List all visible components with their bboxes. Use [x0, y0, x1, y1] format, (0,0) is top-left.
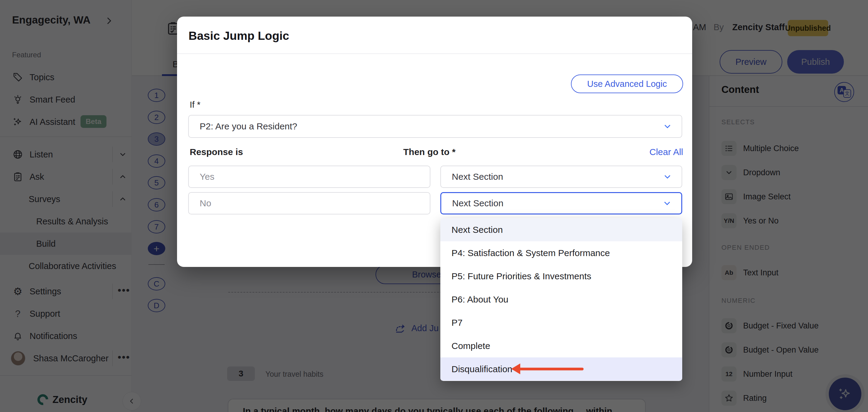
- option-p5[interactable]: P5: Future Priorities & Investments: [440, 264, 682, 288]
- use-advanced-logic-button[interactable]: Use Advanced Logic: [571, 74, 683, 93]
- option-next-section[interactable]: Next Section: [440, 218, 682, 241]
- response-no-field[interactable]: No: [188, 192, 430, 215]
- option-p6[interactable]: P6: About You: [440, 288, 682, 311]
- target-value: Next Section: [452, 198, 503, 209]
- arrow-head: [511, 363, 520, 374]
- if-label: If *: [190, 100, 200, 110]
- if-question-select[interactable]: P2: Are you a Resident?: [188, 115, 682, 138]
- response-is-label: Response is: [190, 147, 243, 157]
- annotation-arrow-left: [511, 363, 585, 374]
- target-select-yes[interactable]: Next Section: [440, 166, 682, 188]
- response-yes-field[interactable]: Yes: [188, 166, 430, 188]
- modal-title: Basic Jump Logic: [188, 29, 289, 42]
- response-value: Yes: [200, 171, 214, 182]
- target-select-no-focused[interactable]: Next Section: [440, 192, 682, 215]
- target-options-dropdown: Next Section P4: Satisfaction & System P…: [440, 218, 682, 381]
- chevron-down-icon: [662, 121, 673, 131]
- chevron-down-icon: [662, 171, 673, 182]
- option-complete[interactable]: Complete: [440, 334, 682, 357]
- then-go-to-label: Then go to *: [403, 147, 456, 157]
- chevron-down-icon: [662, 198, 672, 209]
- arrow-shaft: [519, 368, 584, 370]
- app-window: Engagecity, WA Featured Topics Smart Fee…: [0, 0, 868, 412]
- option-p7[interactable]: P7: [440, 311, 682, 334]
- option-p4[interactable]: P4: Satisfaction & System Performance: [440, 241, 682, 264]
- response-value: No: [200, 198, 211, 209]
- target-value: Next Section: [452, 171, 503, 182]
- modal-divider: [177, 53, 692, 54]
- clear-all-link[interactable]: Clear All: [626, 147, 683, 157]
- if-question-value: P2: Are you a Resident?: [200, 121, 298, 131]
